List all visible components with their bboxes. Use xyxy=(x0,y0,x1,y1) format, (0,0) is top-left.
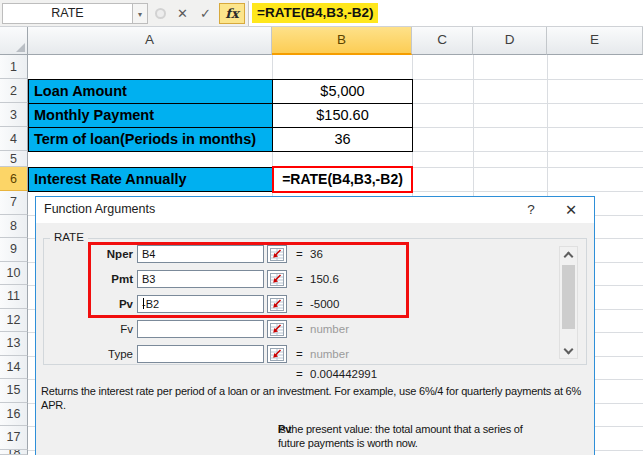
scrollbar-thumb[interactable] xyxy=(562,265,575,329)
argument-help-text: is the present value: the total amount t… xyxy=(278,422,546,450)
type-input[interactable] xyxy=(137,345,264,363)
cell-B4[interactable]: 36 xyxy=(272,127,413,152)
row-header-5[interactable]: 5 xyxy=(0,151,28,167)
column-header-D[interactable]: D xyxy=(473,27,547,55)
cell-A3[interactable]: Monthly Payment xyxy=(28,103,273,128)
equals-sign: = xyxy=(296,317,303,342)
row-header-13[interactable]: 13 xyxy=(0,332,28,356)
scroll-down-icon[interactable] xyxy=(564,345,574,355)
row-header-9[interactable]: 9 xyxy=(0,238,28,262)
equals-sign: = xyxy=(296,368,303,380)
row-header-8[interactable]: 8 xyxy=(0,215,28,239)
excel-window: RATE ▾ ✕ ✓ fx =RATE(B4,B3,-B2) Loan Amou… xyxy=(0,0,643,455)
name-box[interactable]: RATE xyxy=(2,3,133,24)
row-header-11[interactable]: 11 xyxy=(0,285,28,309)
row-header-1[interactable]: 1 xyxy=(0,55,28,79)
dialog-scrollbar[interactable] xyxy=(559,246,578,359)
help-button[interactable]: ? xyxy=(522,201,540,219)
cell-A2[interactable]: Loan Amount xyxy=(28,79,273,104)
row-header-16[interactable]: 16 xyxy=(0,403,28,427)
cancel-formula-button[interactable]: ✕ xyxy=(172,3,193,24)
row-header-2[interactable]: 2 xyxy=(0,79,28,103)
close-icon[interactable]: ✕ xyxy=(560,200,582,220)
function-arguments-dialog: Function Arguments ? ✕ RATE Nper B4 = 36… xyxy=(35,196,595,455)
dialog-title: Function Arguments xyxy=(44,202,155,216)
row-header-15[interactable]: 15 xyxy=(0,379,28,403)
formula-bar: RATE ▾ ✕ ✓ fx =RATE(B4,B3,-B2) xyxy=(0,0,643,27)
row-header-18[interactable]: 18 xyxy=(0,450,28,455)
name-box-dropdown-icon[interactable]: ▾ xyxy=(133,3,148,24)
dialog-title-bar[interactable]: Function Arguments ? ✕ xyxy=(36,197,594,223)
formula-result-value: 0.004442991 xyxy=(310,368,377,380)
cell-B6-active-formula[interactable]: =RATE(B4,B3,-B2) xyxy=(272,166,413,193)
row-header-14[interactable]: 14 xyxy=(0,356,28,380)
select-all-corner[interactable] xyxy=(0,27,28,55)
enter-formula-button[interactable]: ✓ xyxy=(195,3,216,24)
row-header-7[interactable]: 7 xyxy=(0,191,28,215)
type-label: Type xyxy=(76,342,133,367)
row-header-3[interactable]: 3 xyxy=(0,103,28,127)
row-header-12[interactable]: 12 xyxy=(0,309,28,333)
cell-A4[interactable]: Term of loan(Periods in months) xyxy=(28,127,273,152)
row-header-6[interactable]: 6 xyxy=(0,167,28,191)
field-row-fv: Fv = number xyxy=(36,317,556,342)
fv-label: Fv xyxy=(76,317,133,342)
scroll-up-icon[interactable] xyxy=(564,252,574,262)
column-header-C[interactable]: C xyxy=(412,27,473,55)
row-header-17[interactable]: 17 xyxy=(0,426,28,450)
cell-B2[interactable]: $5,000 xyxy=(272,79,413,104)
equals-sign: = xyxy=(296,342,303,367)
type-result: number xyxy=(310,342,349,367)
row-header-10[interactable]: 10 xyxy=(0,262,28,286)
field-row-type: Type = number xyxy=(36,342,556,367)
row-header-4[interactable]: 4 xyxy=(0,127,28,151)
cell-B3[interactable]: $150.60 xyxy=(272,103,413,128)
range-selector-icon[interactable] xyxy=(267,320,287,338)
dimmed-circle-icon xyxy=(155,8,166,19)
column-header-E[interactable]: E xyxy=(547,27,643,55)
fv-result: number xyxy=(310,317,349,342)
function-description: Returns the interest rate per period of … xyxy=(41,385,590,412)
column-header-B[interactable]: B xyxy=(272,27,412,55)
formula-text-highlighted: =RATE(B4,B3,-B2) xyxy=(252,3,378,23)
range-selector-icon[interactable] xyxy=(267,345,287,363)
cell-A6[interactable]: Interest Rate Annually xyxy=(28,167,273,192)
formula-input[interactable]: =RATE(B4,B3,-B2) xyxy=(249,0,643,26)
insert-function-button[interactable]: fx xyxy=(219,3,245,24)
column-header-A[interactable]: A xyxy=(28,27,272,55)
red-annotation-box xyxy=(88,242,409,318)
fv-input[interactable] xyxy=(137,320,264,338)
